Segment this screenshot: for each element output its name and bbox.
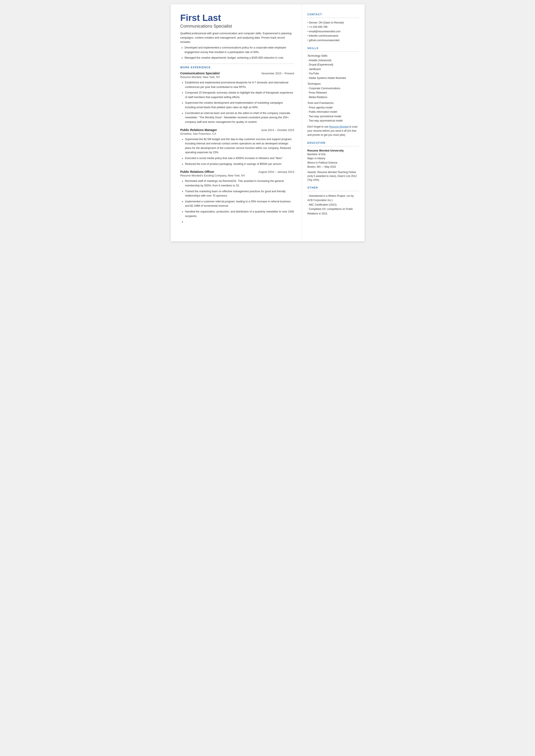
skills-section-title: SKILLS [307,47,359,50]
other-item-1: Volunteered in a Writers Project, run by… [307,194,359,203]
job-company-2: Growthsi, San Francisco, CA [180,132,294,135]
job-dates-1: November 2015 – Present [262,72,294,75]
techniques-list: Corporate Communications Press Releases … [307,86,359,99]
job-entry-2: Public Relations Manager June 2013 – Oct… [180,128,294,166]
resume-page: First Last Communications Specialist Qua… [171,4,365,241]
job-2-bullet-3: Reduced the cost of product packaging, r… [185,162,294,166]
edu-awards: Awards: Resume Worded Teaching Fellow (o… [307,170,359,182]
work-experience-section-title: WORK EXPERIENCE [180,66,294,69]
job-header-3: Public Relations Officer August 2010 – J… [180,170,294,174]
job-bullets-1: Established and implemented promotional … [185,80,294,124]
skills-divider [307,51,359,52]
job-3-bullet-1: Reminded staff of meetings via Remind101… [185,179,294,188]
job-dates-3: August 2010 – January 2013 [258,170,294,174]
skills-note: Don't forget to use Resume Worded to sca… [307,125,359,137]
other-section: OTHER Volunteered in a Writers Project, … [307,186,359,216]
skills-section: SKILLS Technology Skills: Airtable (Adva… [307,47,359,137]
education-section-title: EDUCATION [307,141,359,144]
job-company-3: Resume Worded's Exciting Company, New Yo… [180,174,294,177]
job-1-bullet-3: Supervised the creative development and … [185,101,294,109]
contact-location: Denver, OH (Open to Remote) [307,20,359,25]
contact-section-title: CONTACT [307,13,359,16]
techniques-heading: Techniques: [307,82,359,85]
name-title-block: First Last Communications Specialist [180,13,294,29]
main-column: First Last Communications Specialist Qua… [171,4,302,241]
tool-press-agentry: Press agentry model [307,105,359,110]
summary-bullets: Developed and implemented a communicatio… [185,45,294,60]
skills-note-prefix: Don't forget to use [307,125,329,128]
tools-list: Press agentry model Public information m… [307,105,359,123]
work-section-divider [180,64,294,64]
other-item-2: ABC Certification (2022) [307,203,359,207]
job-title-2: Public Relations Manager [180,128,217,132]
contact-section: CONTACT Denver, OH (Open to Remote) +1-2… [307,13,359,42]
job-title-3: Public Relations Officer [180,170,214,174]
job-header-1: Communications Specialist November 2015 … [180,71,294,75]
other-section-title: OTHER [307,186,359,189]
job-3-bullet-2: Trained the marketing team on effective … [185,189,294,198]
contact-phone: +1-234-456-789 [307,25,359,29]
technology-skills-list: Airtable (Advanced) Drupal (Experienced)… [307,58,359,80]
job-2-bullet-1: Supervised the $2.5M budget and the day-… [185,137,294,155]
contact-email: email@resumeworded.com [307,29,359,34]
education-section: EDUCATION Resume Worded University Bache… [307,141,359,182]
edu-degree: Bachelor of Arts Major in History Minors… [307,153,359,169]
job-3-bullet-4: Handled the organization, production, an… [185,210,294,218]
job-title: Communications Specialist [180,24,294,29]
contact-list: Denver, OH (Open to Remote) +1-234-456-7… [307,20,359,42]
skill-airtable: Airtable (Advanced) [307,58,359,63]
other-item-3: Completed 10+ competitions on Public Rel… [307,207,359,216]
job-bullets-3: Reminded staff of meetings via Remind101… [185,179,294,224]
edu-location-date: Boston, MA — May 2010 [307,165,359,169]
skill-drupal: Drupal (Experienced) [307,63,359,67]
job-entry-3: Public Relations Officer August 2010 – J… [180,170,294,224]
skill-adobe: Adobe Systems Adobe Illustrator [307,76,359,80]
summary-bullet-1: Developed and implemented a communicatio… [185,45,294,55]
job-company-1: Resume Worded, New York, NY [180,75,294,79]
technique-corporate: Corporate Communications [307,86,359,91]
job-1-bullet-1: Established and implemented promotional … [185,80,294,89]
edu-degree-title: Bachelor of Arts [307,153,359,156]
job-header-2: Public Relations Manager June 2013 – Oct… [180,128,294,132]
contact-linkedin: linkedin.com/in/username [307,34,359,38]
summary-bullet-2: Managed the creative departments' budget… [185,56,294,60]
technique-media: Media Relations [307,95,359,99]
tool-two-way-asym: Two-way asymmetrical model [307,119,359,123]
job-dates-2: June 2013 – October 2015 [261,128,294,132]
tools-heading: Tools and Frameworks: [307,101,359,104]
edu-school: Resume Worded University [307,149,359,152]
job-title-1: Communications Specialist [180,71,220,75]
edu-minor: Minors in Political Science [307,161,359,165]
sidebar-column: CONTACT Denver, OH (Open to Remote) +1-2… [302,4,365,241]
skill-youtube: YouTube [307,71,359,76]
candidate-name: First Last [180,13,294,23]
other-list: Volunteered in a Writers Project, run by… [307,194,359,216]
contact-github: github.com/resumeworded [307,38,359,42]
job-1-bullet-2: Composed 15 therapeutic summary sheets t… [185,91,294,99]
tool-public-info: Public information model [307,110,359,114]
technology-skills-heading: Technology Skills: [307,54,359,57]
tool-two-way-sym: Two-way symmetrical model [307,114,359,119]
job-3-bullet-3: Implemented a customer referral program,… [185,199,294,208]
job-bullets-2: Supervised the $2.5M budget and the day-… [185,137,294,166]
job-2-bullet-2: Executed a social media policy that saw … [185,156,294,160]
skill-jamboard: JamBoard [307,67,359,71]
edu-major: Major in History [307,156,359,160]
resume-worded-link[interactable]: Resume Worded [329,125,349,128]
job-entry-1: Communications Specialist November 2015 … [180,71,294,124]
summary-intro: Qualified professional with great commun… [180,31,294,44]
job-3-bullet-5 [185,220,294,224]
technique-press: Press Releases [307,91,359,95]
job-1-bullet-4: Coordinated an internal team and served … [185,111,294,124]
